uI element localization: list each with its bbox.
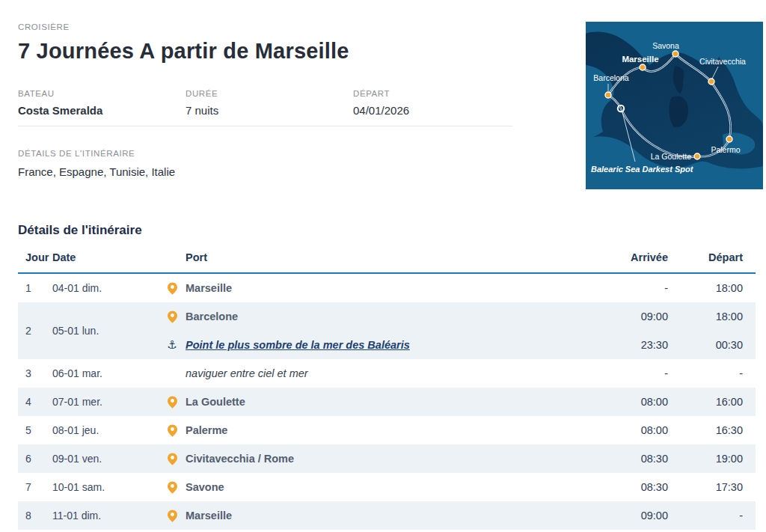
- sea-point-link[interactable]: Point le plus sombre de la mer des Baléa…: [186, 339, 410, 351]
- route-map: SavonaMarseilleCivitavecchiaBarcelonaPal…: [586, 22, 763, 189]
- arrival-time: 08:30: [593, 481, 668, 493]
- map-pin-icon: [166, 510, 178, 522]
- row-date: 05-01 lun.: [52, 325, 162, 337]
- port-cell: Civitavecchia / Rome: [162, 453, 593, 465]
- map-pin-icon: [166, 481, 178, 494]
- map-annotation: Balearic Sea Darkest Spot: [591, 165, 694, 174]
- row-date: 07-01 mer.: [52, 396, 162, 408]
- col-header-date: Date: [52, 251, 162, 263]
- port-name: Civitavecchia / Rome: [186, 453, 294, 465]
- port-name: Palerme: [186, 424, 227, 436]
- port-cell: Palerme: [162, 424, 593, 437]
- row-day: 4: [18, 396, 52, 408]
- table-row: 8 11-01 dim. Marseille09:00-: [18, 501, 756, 530]
- arrival-time: 09:00: [593, 311, 668, 322]
- row-stops: Marseille09:00-: [162, 501, 756, 530]
- row-day: 8: [18, 510, 52, 522]
- port-name: Marseille: [186, 510, 232, 522]
- departure-time: -: [668, 367, 756, 379]
- map-port-label: La Goulette: [651, 152, 691, 161]
- row-day: 1: [18, 282, 52, 294]
- table-row: 4 07-01 mer. La Goulette08:0016:00: [18, 388, 756, 416]
- header-divider: [18, 126, 512, 126]
- row-date: 06-01 mar.: [52, 367, 162, 379]
- map-pin-icon: [166, 396, 178, 409]
- field-duration-value: 7 nuits: [186, 104, 353, 117]
- field-departure-value: 04/01/2026: [353, 104, 521, 117]
- stop-line: Savone08:3017:30: [162, 473, 756, 501]
- row-day: 3: [18, 367, 52, 379]
- arrival-time: 08:30: [593, 453, 668, 465]
- port-cell: Savone: [162, 481, 593, 494]
- field-duration-label: DURÉE: [186, 89, 353, 98]
- itinerary-table-title: Détails de l'itinéraire: [18, 223, 756, 238]
- departure-time: 19:00: [668, 453, 756, 465]
- sea-day-label: naviguer entre ciel et mer: [186, 367, 308, 379]
- map-port-label: Civitavecchia: [699, 57, 746, 66]
- table-row: 1 04-01 dim. Marseille-18:00: [18, 274, 756, 302]
- row-day: 2: [18, 325, 52, 337]
- field-departure-label: DÉPART: [353, 89, 521, 98]
- row-stops: La Goulette08:0016:00: [162, 388, 756, 416]
- map-port-label: Barcelona: [593, 73, 628, 82]
- stop-line: Palerme08:0016:30: [162, 416, 756, 444]
- port-name: Barcelone: [186, 311, 238, 322]
- port-dot: [708, 79, 714, 85]
- col-header-departure: Départ: [668, 251, 756, 263]
- field-departure: DÉPART 04/01/2026: [353, 89, 521, 117]
- port-cell: La Goulette: [162, 396, 593, 409]
- anchor-icon: ⚓: [166, 340, 178, 351]
- arrival-time: 09:00: [593, 510, 668, 522]
- departure-time: 16:00: [668, 396, 756, 408]
- stop-line: Marseille-18:00: [162, 274, 756, 302]
- map-pin-icon: [166, 282, 178, 295]
- port-name: La Goulette: [186, 396, 245, 408]
- stop-line: Barcelone09:0018:00: [162, 302, 756, 331]
- map-pin-icon: [166, 311, 178, 323]
- port-name: Savone: [186, 481, 224, 493]
- departure-time: 18:00: [668, 282, 756, 294]
- port-dot: [694, 153, 700, 159]
- field-duration: DURÉE 7 nuits: [186, 89, 353, 117]
- row-date: 10-01 sam.: [52, 481, 162, 493]
- field-ship: BATEAU Costa Smeralda: [18, 89, 186, 117]
- arrival-time: 08:00: [593, 424, 668, 436]
- departure-time: -: [668, 510, 756, 522]
- col-header-day: Jour: [18, 251, 52, 263]
- stop-line: La Goulette08:0016:00: [162, 388, 756, 416]
- row-date: 04-01 dim.: [52, 282, 162, 294]
- table-row: 3 06-01 mar. naviguer entre ciel et mer-…: [18, 359, 756, 388]
- row-stops: Barcelone09:0018:00⚓Point le plus sombre…: [162, 302, 756, 359]
- col-header-arrival: Arrivée: [593, 251, 668, 263]
- port-cell: ⚓Point le plus sombre de la mer des Balé…: [162, 339, 593, 351]
- map-port-label: Savona: [652, 41, 679, 50]
- map-pin-icon: [166, 424, 178, 437]
- departure-time: 00:30: [668, 339, 756, 351]
- arrival-time: -: [593, 282, 668, 294]
- port-cell: Marseille: [162, 510, 593, 522]
- departure-time: 16:30: [668, 424, 756, 436]
- route-map-svg: SavonaMarseilleCivitavecchiaBarcelonaPal…: [586, 22, 763, 189]
- row-date: 08-01 jeu.: [52, 424, 162, 436]
- stop-line: ⚓Point le plus sombre de la mer des Balé…: [162, 331, 756, 359]
- row-date: 11-01 dim.: [52, 510, 162, 522]
- page-title: 7 Journées A partir de Marseille: [18, 39, 349, 64]
- port-cell: Barcelone: [162, 311, 593, 323]
- port-cell: naviguer entre ciel et mer: [162, 367, 593, 379]
- port-name: Marseille: [186, 282, 232, 294]
- row-stops: Civitavecchia / Rome08:3019:00: [162, 444, 756, 473]
- cruise-detail-page: CROISIÈRE 7 Journées A partir de Marseil…: [0, 0, 766, 532]
- port-dot: [672, 51, 678, 57]
- port-dot: [605, 92, 611, 98]
- col-header-port: Port: [162, 251, 593, 263]
- stop-line: naviguer entre ciel et mer--: [162, 359, 756, 388]
- stop-line: Marseille09:00-: [162, 501, 756, 530]
- row-stops: naviguer entre ciel et mer--: [162, 359, 756, 388]
- row-day: 5: [18, 424, 52, 436]
- row-day: 7: [18, 481, 52, 493]
- arrival-time: -: [593, 367, 668, 379]
- departure-time: 18:00: [668, 311, 756, 322]
- map-pin-icon: [166, 453, 178, 465]
- row-date: 09-01 ven.: [52, 453, 162, 465]
- row-stops: Marseille-18:00: [162, 274, 756, 302]
